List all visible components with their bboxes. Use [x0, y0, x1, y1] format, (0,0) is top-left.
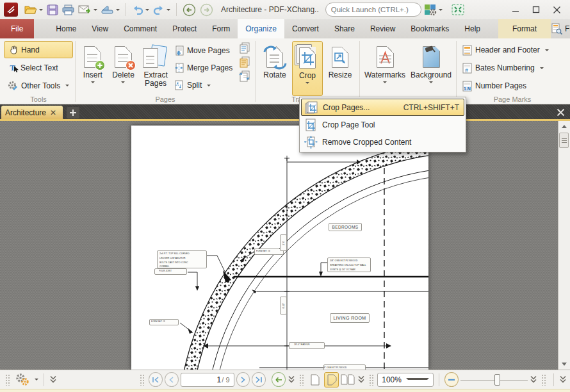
page-number-input[interactable] [191, 375, 221, 384]
scan-button[interactable] [100, 2, 121, 17]
zoom-slider[interactable] [460, 373, 528, 386]
ui-options-caret [439, 9, 443, 13]
move-pages-button[interactable]: Move Pages [173, 42, 236, 59]
duplicate-pages-icon[interactable] [239, 42, 250, 54]
tab-comment[interactable]: Comment [116, 19, 165, 38]
zoom-slider-handle[interactable] [494, 374, 500, 386]
watermarks-button[interactable]: Watermarks [362, 41, 408, 85]
group-label-pages: Pages [76, 95, 254, 103]
insert-pages-button[interactable]: Insert [77, 41, 108, 85]
tab-help[interactable]: Help [457, 19, 488, 38]
tab-home[interactable]: Home [48, 19, 84, 38]
two-page-view-button[interactable] [341, 372, 355, 388]
tab-convert[interactable]: Convert [284, 19, 327, 38]
status-options-caret[interactable] [35, 379, 38, 382]
page-number-box[interactable]: / 9 [181, 373, 234, 387]
bates-numbering-button[interactable]: # Bates Numbering [459, 60, 566, 76]
toolbar-drag-handle[interactable] [5, 374, 10, 386]
tab-organize[interactable]: Organize [238, 19, 284, 38]
find-document-icon[interactable] [551, 23, 562, 35]
tab-file[interactable]: File [0, 19, 34, 38]
quick-launch-box[interactable] [325, 3, 421, 17]
close-document-button[interactable] [553, 106, 567, 118]
rotate-button[interactable]: Rotate [257, 41, 292, 79]
tab-form[interactable]: Form [204, 19, 238, 38]
layout-drag-handle[interactable] [299, 374, 304, 386]
open-file-button[interactable] [23, 2, 44, 17]
note-bottom: 5/8" OSB EXT PLYWOOD [323, 364, 366, 370]
other-tools-button[interactable]: Other Tools [4, 77, 73, 94]
find-label[interactable]: Find... [565, 24, 570, 33]
close-button[interactable] [547, 2, 566, 17]
redo-button[interactable] [152, 2, 172, 17]
extract-pages-button[interactable]: Extract Pages [138, 41, 173, 88]
single-page-view-button[interactable] [308, 372, 323, 388]
minimize-button[interactable] [506, 2, 525, 17]
tab-view[interactable]: View [84, 19, 116, 38]
save-button[interactable] [45, 2, 60, 17]
split-button[interactable]: Split [173, 77, 236, 94]
nav-drag-handle[interactable] [140, 374, 145, 386]
undo-button[interactable] [131, 2, 151, 17]
history-forward-button[interactable] [199, 2, 215, 17]
scroll-up-button[interactable] [558, 121, 569, 132]
header-footer-button[interactable]: Header and Footer [459, 42, 566, 58]
status-options-gears-icon[interactable] [14, 373, 31, 387]
title-bar: Architecture - PDF-XChang.. [0, 0, 570, 19]
select-text-button[interactable]: T Select Text [4, 59, 73, 76]
tab-protect[interactable]: Protect [165, 19, 204, 38]
continuous-view-button[interactable] [324, 372, 339, 388]
zoom-level-combobox[interactable]: 100% [377, 373, 434, 387]
print-button[interactable] [61, 2, 76, 17]
scroll-down-button[interactable] [558, 359, 569, 370]
delete-pages-button[interactable]: Delete [108, 41, 139, 85]
zoom-out-button[interactable] [444, 372, 459, 387]
merge-pages-button[interactable]: Merge Pages [173, 60, 236, 76]
document-tab-architecture[interactable]: Architecture ✕ [1, 106, 63, 119]
menu-item-crop-pages[interactable]: Crop Pages... CTRL+SHIFT+T [301, 99, 464, 116]
maximize-button[interactable] [526, 2, 546, 17]
swap-pages-icon[interactable] [239, 70, 250, 82]
tab-share[interactable]: Share [327, 19, 362, 38]
email-button[interactable] [77, 2, 99, 17]
history-back-button[interactable] [181, 2, 197, 17]
resize-button[interactable]: Resize [323, 41, 357, 79]
view-history-chevrons-icon[interactable] [288, 375, 295, 384]
number-pages-button[interactable]: 1.N Number Pages [459, 78, 566, 94]
tab-format[interactable]: Format [498, 19, 551, 38]
ui-options-button[interactable] [423, 2, 444, 17]
menu-item-crop-page-tool[interactable]: Crop Page Tool [301, 116, 464, 133]
right-drag-handle[interactable] [541, 374, 546, 386]
scrollbar-thumb[interactable] [559, 133, 569, 148]
header-footer-caret [545, 49, 549, 53]
group-page-format: Watermarks Background [361, 40, 455, 104]
expand-panel-chevrons-icon[interactable] [49, 375, 57, 384]
previous-page-button[interactable] [165, 372, 179, 387]
group-pages: Insert Delete Extract Pages Move Pages M… [76, 40, 254, 104]
document-viewport[interactable]: BEDROOMS LIVING ROOM FORM SET #3 FORM SE… [0, 121, 570, 370]
last-page-button[interactable] [252, 372, 266, 387]
replace-pages-icon[interactable] [239, 56, 250, 68]
overflow-chevrons-icon[interactable] [559, 375, 567, 384]
document-tab-close-icon[interactable]: ✕ [50, 110, 56, 116]
background-button[interactable]: Background [408, 41, 454, 85]
previous-view-button[interactable] [272, 372, 286, 387]
remove-cropped-content-label: Remove Cropped Content [322, 138, 460, 147]
tab-review[interactable]: Review [362, 19, 403, 38]
next-page-button[interactable] [236, 372, 250, 387]
crop-button[interactable]: Crop [292, 41, 323, 96]
document-tab-label: Architecture [5, 108, 46, 117]
pdf-page[interactable]: BEDROOMS LIVING ROOM FORM SET #3 FORM SE… [131, 126, 428, 370]
first-page-button[interactable] [149, 372, 163, 387]
tab-bookmarks[interactable]: Bookmarks [403, 19, 457, 38]
vertical-scrollbar[interactable] [558, 121, 570, 370]
crop-pages-icon [304, 101, 318, 114]
menu-item-remove-cropped-content[interactable]: Remove Cropped Content [301, 133, 464, 151]
zoom-drag-handle[interactable] [369, 374, 374, 386]
fullscreen-button[interactable] [450, 2, 466, 17]
layout-more-chevrons-icon[interactable] [357, 375, 365, 384]
hand-tool-button[interactable]: Hand [4, 41, 73, 58]
quick-launch-input[interactable] [331, 6, 430, 13]
new-tab-button[interactable] [67, 107, 79, 118]
zoom-more-chevrons-icon[interactable] [530, 375, 537, 384]
